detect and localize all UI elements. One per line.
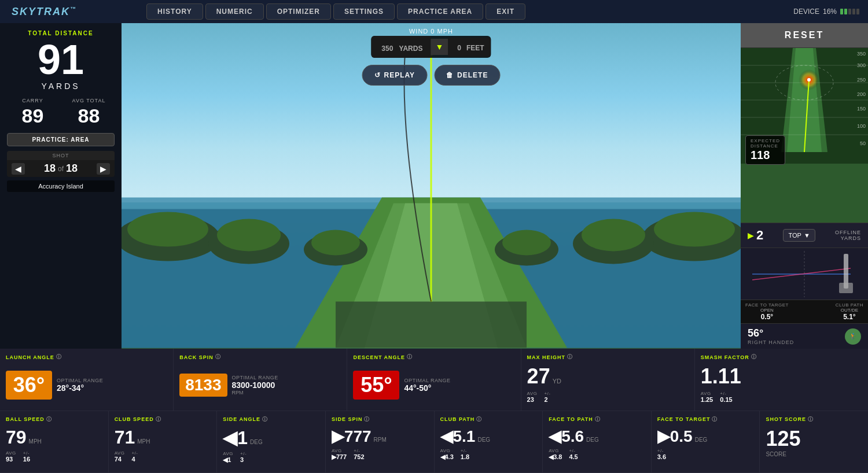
nav-history[interactable]: HISTORY bbox=[146, 3, 203, 20]
view-label: TOP bbox=[788, 232, 801, 239]
offline-label: OFFLINEYARDS bbox=[835, 230, 861, 241]
club-path-value: ◀5.1 bbox=[440, 427, 476, 446]
delete-label: DELETE bbox=[457, 71, 488, 79]
practice-area-badge: PRACTICE: AREA bbox=[7, 133, 115, 146]
max-height-cell: MAX HEIGHT ⓘ 27 YD AVG 23 +/- 2 bbox=[521, 349, 695, 411]
device-percent: 16% bbox=[823, 8, 837, 16]
app-logo: SKYTRAK™ bbox=[0, 6, 89, 18]
svg-point-25 bbox=[127, 212, 208, 247]
side-angle-pm: +/- 3 bbox=[240, 451, 247, 464]
face-to-path-value: ◀5.6 bbox=[549, 427, 584, 446]
shot-prev-button[interactable]: ◀ bbox=[12, 163, 25, 175]
side-angle-avg-row: AVG ◀1 +/- 3 bbox=[223, 451, 319, 464]
shot-score-label: SHOT SCORE bbox=[766, 416, 806, 422]
back-spin-header: BACK SPIN ⓘ bbox=[179, 353, 341, 361]
side-angle-cell: SIDE ANGLE ⓘ ◀1 DEG AVG ◀1 +/- 3 bbox=[217, 411, 326, 473]
face-to-target-bottom-cell: FACE TO TARGET ⓘ ▶0.5 DEG +/- 3.6 bbox=[652, 411, 760, 473]
club-angle-container: 56° RIGHT HANDED bbox=[748, 327, 794, 345]
total-distance-unit: YARDS bbox=[7, 82, 115, 91]
nav-exit[interactable]: EXIT bbox=[486, 3, 525, 20]
map-dist-50: 50 bbox=[860, 141, 866, 146]
bottom-stats-panel: LAUNCH ANGLE ⓘ 36° OPTIMAL RANGE 28°-34°… bbox=[0, 349, 868, 473]
yards-unit: YARDS bbox=[399, 45, 423, 53]
max-height-avg-label: AVG bbox=[527, 391, 538, 396]
nav-practice-area[interactable]: PRACTICE AREA bbox=[397, 3, 483, 20]
club-speed-label: CLUB SPEED bbox=[115, 416, 154, 422]
svg-point-11 bbox=[807, 78, 811, 82]
avg-total-value: 88 bbox=[63, 105, 115, 127]
back-spin-label: BACK SPIN bbox=[179, 354, 214, 360]
side-angle-header: SIDE ANGLE ⓘ bbox=[223, 416, 319, 423]
battery-seg-5 bbox=[856, 9, 859, 14]
descent-angle-opt-label: OPTIMAL RANGE bbox=[404, 378, 450, 383]
club-speed-unit: MPH bbox=[137, 438, 150, 445]
face-to-path-cell: FACE TO PATH ⓘ ◀5.6 DEG AVG ◀3.8 +/- 4.5 bbox=[543, 411, 652, 473]
club-path-bottom-header: CLUB PATH ⓘ bbox=[440, 416, 537, 423]
map-dist-250: 250 bbox=[857, 77, 866, 83]
shot-score-value: 125 bbox=[766, 427, 862, 451]
expected-distance-box: EXPECTEDDISTANCE 118 bbox=[745, 135, 785, 165]
descent-angle-header: DESCENT ANGLE ⓘ bbox=[353, 353, 514, 361]
face-to-target-avg-row: +/- 3.6 bbox=[657, 448, 754, 460]
view-select-dropdown[interactable]: TOP ▼ bbox=[783, 229, 815, 242]
wind-label: WIND 0 MPH bbox=[371, 28, 491, 35]
club-speed-cell: CLUB SPEED ⓘ 71 MPH AVG 74 +/- 4 bbox=[109, 411, 218, 473]
club-path-value: 5.1° bbox=[836, 313, 863, 321]
ball-speed-unit: MPH bbox=[29, 438, 42, 445]
side-spin-info-icon: ⓘ bbox=[364, 416, 370, 423]
smash-avg-row: AVG 1.25 +/- 0.15 bbox=[701, 391, 862, 403]
descent-angle-label: DESCENT ANGLE bbox=[353, 354, 405, 360]
club-path-view bbox=[741, 247, 868, 300]
descent-angle-optimal: OPTIMAL RANGE 44°-50° bbox=[404, 378, 450, 393]
side-spin-pm: +/- 752 bbox=[354, 448, 364, 461]
side-spin-value-row: ▶777 RPM bbox=[332, 427, 428, 446]
yards-value: 350 bbox=[381, 45, 393, 53]
smash-factor-header: SMASH FACTOR ⓘ bbox=[701, 353, 862, 361]
delete-icon: 🗑 bbox=[446, 71, 454, 79]
descent-angle-opt-value: 44°-50° bbox=[404, 383, 450, 393]
max-height-avg-value: 23 bbox=[527, 396, 538, 403]
top-navigation: SKYTRAK™ HISTORY NUMERIC OPTIMIZER SETTI… bbox=[0, 0, 868, 23]
offline-value-container: ▶ 2 bbox=[748, 228, 763, 243]
nav-optimizer[interactable]: OPTIMIZER bbox=[266, 3, 331, 20]
shot-counter: 18 of 18 bbox=[44, 162, 78, 175]
main-scene: WIND 0 MPH 350 YARDS ▼ 0 FEET ↺ REPLAY 🗑… bbox=[122, 23, 741, 349]
face-to-target-bottom-value: ▶0.5 bbox=[657, 427, 693, 446]
club-path-pm: +/- 1.8 bbox=[461, 448, 469, 461]
nav-numeric[interactable]: NUMERIC bbox=[205, 3, 264, 20]
max-height-content: 27 YD AVG 23 +/- 2 bbox=[527, 364, 689, 403]
replay-label: REPLAY bbox=[384, 71, 415, 79]
offline-arrow-icon: ▶ bbox=[748, 231, 754, 240]
back-spin-cell: BACK SPIN ⓘ 8133 OPTIMAL RANGE 8300-1000… bbox=[174, 349, 347, 411]
map-dist-350: 350 bbox=[857, 51, 866, 57]
back-spin-combined: 8133 OPTIMAL RANGE 8300-10000 RPM bbox=[179, 364, 341, 406]
delete-button[interactable]: 🗑 DELETE bbox=[434, 65, 500, 86]
replay-button[interactable]: ↺ REPLAY bbox=[362, 65, 428, 86]
svg-point-35 bbox=[502, 230, 551, 256]
svg-point-29 bbox=[311, 230, 360, 256]
nav-links: HISTORY NUMERIC OPTIMIZER SETTINGS PRACT… bbox=[146, 3, 525, 20]
smash-avg-value: 1.25 bbox=[701, 396, 713, 403]
club-path-avg-row: AVG ◀4.3 +/- 1.8 bbox=[440, 448, 537, 461]
ball-speed-pm: +/- 16 bbox=[23, 450, 30, 463]
max-height-label: MAX HEIGHT bbox=[527, 354, 566, 360]
club-path-bottom-label: CLUB PATH bbox=[440, 416, 475, 422]
shot-score-content: 125 SCORE bbox=[766, 427, 862, 457]
scene-controls: ↺ REPLAY 🗑 DELETE bbox=[362, 65, 501, 86]
launch-angle-value: 36° bbox=[6, 371, 52, 400]
club-path-value-row: ◀5.1 DEG bbox=[440, 427, 537, 446]
svg-point-27 bbox=[217, 219, 281, 252]
shot-nav-row: ◀ 18 of 18 ▶ bbox=[7, 160, 115, 177]
face-to-target-bottom-info-icon: ⓘ bbox=[712, 416, 718, 423]
side-angle-label: SIDE ANGLE bbox=[223, 416, 260, 422]
expected-dist-label: EXPECTEDDISTANCE bbox=[751, 138, 780, 149]
ball-speed-label: BALL SPEED bbox=[6, 416, 45, 422]
launch-angle-opt-value: 28°-34° bbox=[57, 383, 103, 393]
smash-avg: AVG 1.25 bbox=[701, 391, 713, 403]
shot-next-button[interactable]: ▶ bbox=[97, 163, 110, 175]
device-label: DEVICE bbox=[793, 8, 819, 16]
reset-button[interactable]: RESET bbox=[741, 23, 868, 48]
nav-settings[interactable]: SETTINGS bbox=[333, 3, 395, 20]
wind-distance-bar: WIND 0 MPH 350 YARDS ▼ 0 FEET bbox=[371, 28, 491, 58]
smash-avg-label: AVG bbox=[701, 391, 713, 396]
